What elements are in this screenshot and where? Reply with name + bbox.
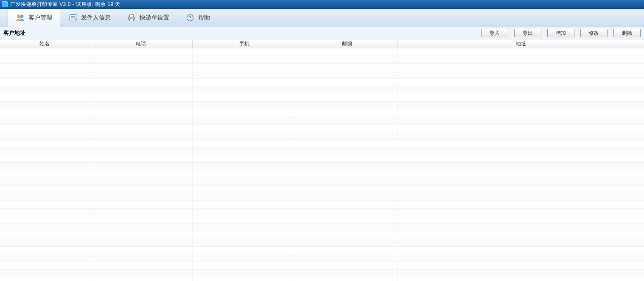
column-header-zip[interactable]: 邮编: [296, 39, 398, 48]
main-toolbar: 客户管理 发件人信息 快递单设置: [0, 9, 644, 27]
table-row[interactable]: [0, 109, 644, 117]
table-row[interactable]: [0, 186, 644, 193]
tab-label: 发件人信息: [81, 14, 111, 22]
help-icon: [185, 13, 195, 22]
printer-icon: [127, 13, 136, 22]
table-row[interactable]: [0, 247, 644, 254]
table-row[interactable]: [0, 270, 644, 277]
table-row[interactable]: [0, 71, 644, 79]
table-row[interactable]: [0, 117, 644, 125]
table-row[interactable]: [0, 102, 644, 109]
table-row[interactable]: [0, 193, 644, 201]
delete-button[interactable]: 删除: [613, 29, 641, 37]
section-title: 客户地址: [3, 29, 25, 37]
table-row[interactable]: [0, 79, 644, 86]
export-button[interactable]: 导出: [514, 29, 541, 37]
table-row[interactable]: [0, 163, 644, 170]
column-header-address[interactable]: 地址: [398, 39, 644, 48]
table-row[interactable]: [0, 201, 644, 209]
import-button[interactable]: 导入: [481, 29, 508, 37]
table-row[interactable]: [0, 216, 644, 224]
table-row[interactable]: [0, 86, 644, 94]
column-header-mobile[interactable]: 手机: [193, 39, 296, 48]
table-row[interactable]: [0, 254, 644, 262]
column-header-tel[interactable]: 电话: [89, 39, 193, 48]
table-row[interactable]: [0, 155, 644, 163]
tab-label: 客户管理: [28, 14, 52, 22]
svg-rect-5: [129, 19, 133, 21]
table-body[interactable]: [0, 48, 644, 281]
users-icon: [16, 13, 25, 22]
table-row[interactable]: [0, 209, 644, 216]
table-row[interactable]: [0, 170, 644, 178]
table-row[interactable]: [0, 147, 644, 155]
table-row[interactable]: [0, 262, 644, 270]
svg-rect-4: [129, 15, 133, 17]
app-icon: [2, 1, 8, 7]
window-title: 广发快递单打印专家 V2.0 - 试用版: 剩余 19 天: [10, 1, 120, 8]
svg-point-7: [190, 19, 190, 20]
tab-customer-management[interactable]: 客户管理: [8, 9, 60, 27]
column-header-name[interactable]: 姓名: [0, 39, 89, 48]
table-row[interactable]: [0, 224, 644, 231]
form-icon: [68, 13, 78, 22]
table-row[interactable]: [0, 125, 644, 132]
tab-sender-info[interactable]: 发件人信息: [60, 9, 119, 27]
table-row[interactable]: [0, 48, 644, 56]
table-row[interactable]: [0, 231, 644, 239]
table-row[interactable]: [0, 64, 644, 71]
table-row[interactable]: [0, 277, 644, 281]
table-row[interactable]: [0, 178, 644, 186]
table-row[interactable]: [0, 132, 644, 140]
tab-help[interactable]: 帮助: [177, 9, 218, 27]
table-row[interactable]: [0, 140, 644, 147]
table-row[interactable]: [0, 94, 644, 102]
table-row[interactable]: [0, 239, 644, 247]
svg-point-0: [17, 15, 20, 18]
table-header: 姓名 电话 手机 邮编 地址: [0, 39, 644, 48]
section-toolbar: 客户地址 导入 导出 增加 修改 删除: [0, 27, 644, 39]
edit-button[interactable]: 修改: [580, 29, 608, 37]
svg-point-1: [20, 15, 23, 18]
window-titlebar: 广发快递单打印专家 V2.0 - 试用版: 剩余 19 天: [0, 0, 644, 9]
add-button[interactable]: 增加: [547, 29, 574, 37]
tab-waybill-settings[interactable]: 快递单设置: [119, 9, 177, 27]
tab-label: 快递单设置: [140, 14, 169, 22]
table-row[interactable]: [0, 56, 644, 64]
tab-label: 帮助: [198, 14, 210, 22]
